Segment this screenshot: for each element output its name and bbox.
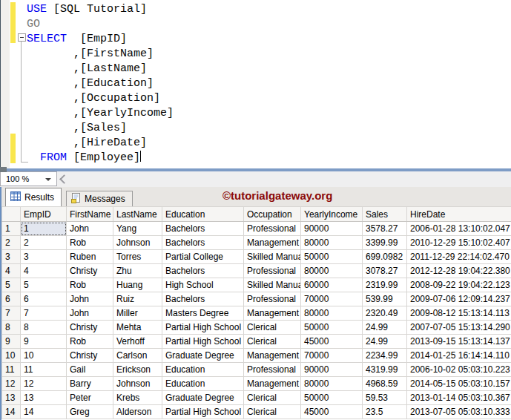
editor-indicator-margin[interactable] [1, 0, 10, 168]
grid-cell[interactable]: Management [244, 236, 301, 250]
row-number[interactable]: 1 [2, 222, 21, 236]
grid-cell[interactable]: Rob [67, 236, 113, 250]
column-header-education[interactable]: Education [162, 207, 244, 222]
grid-cell[interactable]: 3399.99 [363, 236, 407, 250]
grid-cell[interactable]: 5 [21, 278, 67, 292]
grid-cell[interactable]: 12 [21, 377, 67, 391]
code-line[interactable]: ,[FirstName] [27, 47, 174, 62]
grid-cell[interactable]: 4 [21, 264, 67, 278]
grid-cell[interactable]: 45000 [301, 405, 363, 419]
sql-editor[interactable]: USE [SQL Tutorial]GOSELECT [EmpID] ,[Fir… [0, 0, 511, 168]
grid-cell[interactable]: 3578.27 [363, 222, 407, 236]
grid-cell[interactable]: 50000 [301, 321, 363, 335]
grid-cell[interactable]: Management [244, 377, 301, 391]
scroll-left-arrow-icon[interactable] [59, 174, 69, 184]
grid-cell[interactable]: 50000 [301, 391, 363, 405]
column-header-occupation[interactable]: Occupation [244, 207, 301, 222]
grid-cell[interactable]: Professional [244, 363, 301, 377]
grid-cell[interactable]: 4968.59 [363, 377, 407, 391]
tab-results[interactable]: Results [5, 188, 62, 206]
grid-cell[interactable]: 9 [21, 335, 67, 349]
grid-cell[interactable]: 3 [21, 250, 67, 264]
results-grid[interactable]: EmpIDFirstNameLastNameEducationOccupatio… [0, 206, 511, 420]
grid-cell[interactable]: 2 [21, 236, 67, 250]
grid-cell[interactable]: Clerical [244, 391, 301, 405]
grid-cell[interactable]: 13 [21, 391, 67, 405]
grid-cell[interactable]: Management [244, 349, 301, 363]
grid-cell[interactable]: 70000 [301, 349, 363, 363]
grid-cell[interactable]: Management [244, 306, 301, 321]
row-number[interactable]: 5 [2, 278, 21, 292]
grid-cell[interactable]: 2014-05-15 05:03:10.157 [407, 377, 511, 391]
grid-cell[interactable]: Johnson [113, 236, 162, 250]
grid-cell[interactable]: John [67, 306, 113, 321]
grid-cell[interactable]: 2010-12-29 15:10:02.407 [407, 236, 511, 250]
grid-cell[interactable]: Ruiz [113, 292, 162, 306]
grid-cell[interactable]: Rob [67, 335, 113, 349]
grid-cell[interactable]: Gail [67, 363, 113, 377]
grid-cell[interactable]: 2008-09-22 19:04:22.123 [407, 278, 511, 292]
grid-cell[interactable]: 24.99 [363, 335, 407, 349]
grid-cell[interactable]: Ruben [67, 250, 113, 264]
grid-cell[interactable]: 2006-10-02 05:03:10.223 [407, 363, 511, 377]
code-line[interactable]: SELECT [EmpID] [27, 32, 174, 47]
column-header-firstname[interactable]: FirstName [67, 207, 113, 222]
column-header-hiredate[interactable]: HireDate [407, 207, 511, 222]
corner-header-cell[interactable] [2, 207, 21, 222]
grid-cell[interactable]: Huang [113, 278, 162, 292]
row-number[interactable]: 6 [2, 292, 21, 306]
grid-cell[interactable]: Verhoff [113, 335, 162, 349]
grid-cell[interactable]: 45000 [301, 335, 363, 349]
grid-cell[interactable]: 2007-07-05 15:13:14.290 [407, 321, 511, 335]
grid-cell[interactable]: Yang [113, 222, 162, 236]
column-header-lastname[interactable]: LastName [113, 207, 162, 222]
grid-cell[interactable]: Professional [244, 264, 301, 278]
grid-cell[interactable]: Partial High School [162, 321, 244, 335]
code-line[interactable]: ,[Education] [27, 76, 174, 91]
grid-cell[interactable]: 59.53 [363, 391, 407, 405]
grid-cell[interactable]: Torres [113, 250, 162, 264]
grid-cell[interactable]: 90000 [301, 363, 363, 377]
grid-cell[interactable]: 699.0982 [363, 250, 407, 264]
grid-cell[interactable]: Greg [67, 405, 113, 419]
row-number[interactable]: 13 [2, 391, 21, 405]
grid-cell[interactable]: 8 [21, 321, 67, 335]
grid-cell[interactable]: Barry [67, 377, 113, 391]
grid-cell[interactable]: Skilled Manual [244, 278, 301, 292]
row-number[interactable]: 11 [2, 363, 21, 377]
grid-cell[interactable]: 23.5 [363, 405, 407, 419]
editor-hscrollbar[interactable]: 100 % [0, 171, 511, 187]
grid-cell[interactable]: Krebs [113, 391, 162, 405]
grid-cell[interactable]: 24.99 [363, 321, 407, 335]
row-number[interactable]: 4 [2, 264, 21, 278]
grid-cell[interactable]: 80000 [301, 264, 363, 278]
row-number[interactable]: 14 [2, 405, 21, 419]
row-number[interactable]: 2 [2, 236, 21, 250]
grid-cell[interactable]: Partial High School [162, 405, 244, 419]
grid-cell[interactable]: 2009-07-06 12:09:14.237 [407, 292, 511, 306]
grid-cell[interactable]: 6 [21, 292, 67, 306]
code-area[interactable]: USE [SQL Tutorial]GOSELECT [EmpID] ,[Fir… [27, 2, 174, 165]
grid-cell[interactable]: John [67, 292, 113, 306]
code-line[interactable]: ,[YearlyIncome] [27, 106, 174, 121]
grid-cell[interactable]: 2319.99 [363, 278, 407, 292]
zoom-dropdown[interactable]: 100 % [0, 171, 57, 186]
grid-cell[interactable]: Partial High School [162, 335, 244, 349]
grid-cell[interactable]: 4319.99 [363, 363, 407, 377]
grid-cell[interactable]: 90000 [301, 222, 363, 236]
grid-cell[interactable]: Education [162, 377, 244, 391]
grid-cell[interactable]: Mehta [113, 321, 162, 335]
grid-cell[interactable]: Clerical [244, 335, 301, 349]
column-header-empid[interactable]: EmpID [21, 207, 67, 222]
grid-cell[interactable]: 7 [21, 306, 67, 321]
grid-cell[interactable]: Alderson [113, 405, 162, 419]
grid-cell[interactable]: John [67, 222, 113, 236]
collapse-region-icon[interactable] [18, 33, 26, 42]
grid-cell[interactable]: Professional [244, 292, 301, 306]
row-number[interactable]: 3 [2, 250, 21, 264]
grid-cell[interactable]: 60000 [301, 278, 363, 292]
grid-cell[interactable]: 11 [21, 363, 67, 377]
code-line[interactable]: ,[Sales] [27, 121, 174, 136]
row-number[interactable]: 9 [2, 335, 21, 349]
grid-cell[interactable]: 539.99 [363, 292, 407, 306]
